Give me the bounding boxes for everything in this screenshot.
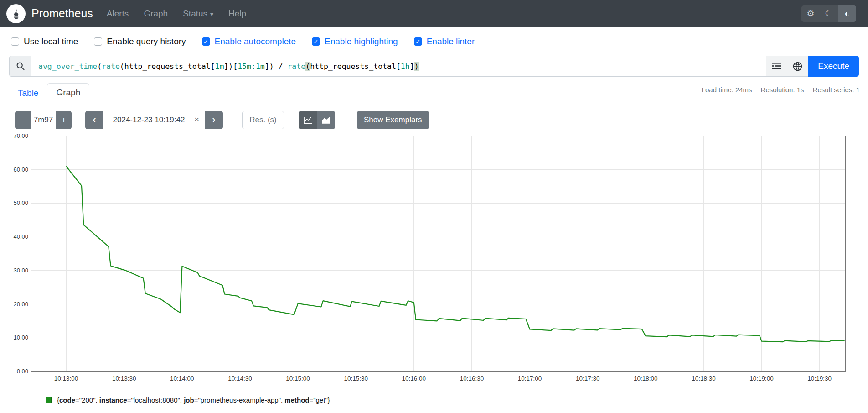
query-token: ) [228, 62, 233, 71]
stat-resolution: Resolution: 1s [761, 86, 804, 94]
query-token: avg_over_time [38, 62, 97, 71]
tab-graph[interactable]: Graph [47, 83, 89, 102]
nav-link-alerts[interactable]: Alerts [107, 9, 129, 19]
svg-text:60.00: 60.00 [13, 166, 28, 173]
line-chart-icon [303, 116, 312, 124]
svg-text:10.00: 10.00 [13, 334, 28, 341]
line-chart-button[interactable] [299, 111, 317, 129]
checkbox-label: Enable highlighting [325, 37, 398, 47]
checkbox-enable-autocomplete[interactable]: ✓Enable autocomplete [202, 37, 296, 47]
svg-text:0.00: 0.00 [17, 368, 28, 375]
svg-text:10:19:30: 10:19:30 [807, 375, 832, 382]
checkbox-box[interactable] [94, 37, 102, 46]
decrease-range-button[interactable]: − [15, 111, 31, 129]
svg-text:10:14:00: 10:14:00 [170, 375, 194, 382]
execute-button[interactable]: Execute [808, 56, 859, 77]
y-axis-labels: 70.0060.0050.0040.0030.0020.0010.000.00 [13, 132, 28, 375]
svg-text:10:17:30: 10:17:30 [576, 375, 600, 382]
checkbox-enable-query-history[interactable]: Enable query history [94, 37, 186, 47]
query-token: ( [305, 62, 310, 71]
moon-icon: ☾ [825, 8, 832, 19]
svg-text:50.00: 50.00 [13, 199, 28, 206]
stat-load-time: Load time: 24ms [702, 86, 752, 94]
svg-text:20.00: 20.00 [13, 301, 28, 308]
clear-time-icon[interactable]: × [194, 115, 205, 125]
resolution-input[interactable] [242, 111, 284, 129]
auto-theme-button[interactable]: ◐ [838, 5, 856, 22]
svg-text:10:19:00: 10:19:00 [749, 375, 774, 382]
query-tree-icon [772, 62, 781, 70]
checkbox-box[interactable]: ✓ [312, 37, 320, 46]
nav-link-graph[interactable]: Graph [144, 9, 168, 19]
checkbox-use-local-time[interactable]: Use local time [11, 37, 78, 47]
checkbox-enable-highlighting[interactable]: ✓Enable highlighting [312, 37, 398, 47]
checkbox-box[interactable]: ✓ [414, 37, 422, 46]
gear-icon: ⚙ [806, 8, 814, 19]
prometheus-logo [6, 4, 26, 23]
query-token: [ [211, 62, 215, 71]
query-token: ] [224, 62, 228, 71]
checkbox-label: Enable query history [107, 37, 186, 47]
range-selector: − + [15, 111, 72, 129]
checkbox-label: Use local time [24, 37, 78, 47]
stat-result-series: Result series: 1 [813, 86, 860, 94]
svg-text:10:15:00: 10:15:00 [286, 375, 310, 382]
query-token: ( [97, 62, 102, 71]
query-token: ) [269, 62, 274, 71]
grid [31, 136, 845, 371]
metrics-explorer-button[interactable] [787, 56, 808, 77]
query-token: rate [287, 62, 305, 71]
nav-link-help[interactable]: Help [228, 9, 246, 19]
dark-theme-button[interactable]: ☾ [820, 5, 838, 22]
nav-link-status[interactable]: Status▾ [183, 9, 213, 19]
back-in-time-button[interactable]: ‹ [85, 111, 103, 129]
svg-text:10:16:00: 10:16:00 [402, 375, 426, 382]
contrast-icon: ◐ [844, 9, 849, 19]
query-token: 1m [215, 62, 224, 71]
query-input[interactable]: avg_over_time(rate(http_requests_total[1… [31, 56, 766, 77]
theme-toggle-group: ⚙☾◐ [801, 5, 856, 22]
minus-icon: − [20, 115, 26, 125]
query-token: http_requests_total [310, 62, 396, 71]
svg-text:10:17:00: 10:17:00 [518, 375, 542, 382]
plus-icon: + [61, 115, 67, 125]
torch-flame-icon [10, 7, 22, 20]
query-token: / [274, 62, 288, 71]
stacked-chart-icon [321, 116, 331, 124]
svg-text:10:18:30: 10:18:30 [692, 375, 716, 382]
checkbox-box[interactable] [11, 37, 19, 46]
stacked-chart-button[interactable] [317, 111, 335, 129]
checkbox-box[interactable]: ✓ [202, 37, 210, 46]
x-axis-labels: 10:13:0010:13:3010:14:0010:14:3010:15:00… [54, 375, 832, 382]
query-tree-button[interactable] [766, 56, 787, 77]
options-row: Use local timeEnable query history✓Enabl… [11, 35, 868, 48]
time-selector: ‹ 2024-12-23 10:19:42 × › [85, 111, 223, 129]
tabs-row: Table Graph Load time: 24ms Resolution: … [0, 82, 868, 102]
settings-button[interactable]: ⚙ [801, 5, 820, 22]
series-label: {code="200", instance="localhost:8080", … [57, 396, 330, 404]
query-token: ] [265, 62, 269, 71]
forward-in-time-button[interactable]: › [205, 111, 223, 129]
svg-text:10:18:00: 10:18:00 [634, 375, 658, 382]
range-input[interactable] [31, 111, 56, 129]
datetime-input[interactable]: 2024-12-23 10:19:42 [103, 115, 194, 125]
series-line[interactable] [66, 166, 845, 342]
query-token: ( [120, 62, 124, 71]
globe-icon [793, 62, 802, 71]
nav-links: AlertsGraphStatus▾Help [107, 9, 261, 19]
query-token: 1h [401, 62, 410, 71]
chart-legend[interactable]: {code="200", instance="localhost:8080", … [46, 396, 868, 404]
svg-text:10:15:30: 10:15:30 [344, 375, 368, 382]
time-series-chart[interactable]: 70.0060.0050.0040.0030.0020.0010.000.001… [9, 132, 859, 388]
datetime-box: 2024-12-23 10:19:42 × [103, 111, 205, 129]
show-exemplars-button[interactable]: Show Exemplars [357, 111, 429, 129]
svg-text:70.00: 70.00 [13, 132, 28, 139]
query-token: ) [414, 62, 419, 71]
chart-area: 70.0060.0050.0040.0030.0020.0010.000.001… [0, 132, 868, 390]
query-token: rate [102, 62, 120, 71]
tab-table[interactable]: Table [9, 84, 47, 102]
caret-down-icon: ▾ [210, 10, 213, 18]
checkbox-enable-linter[interactable]: ✓Enable linter [414, 37, 475, 47]
search-icon [9, 56, 31, 77]
increase-range-button[interactable]: + [56, 111, 72, 129]
